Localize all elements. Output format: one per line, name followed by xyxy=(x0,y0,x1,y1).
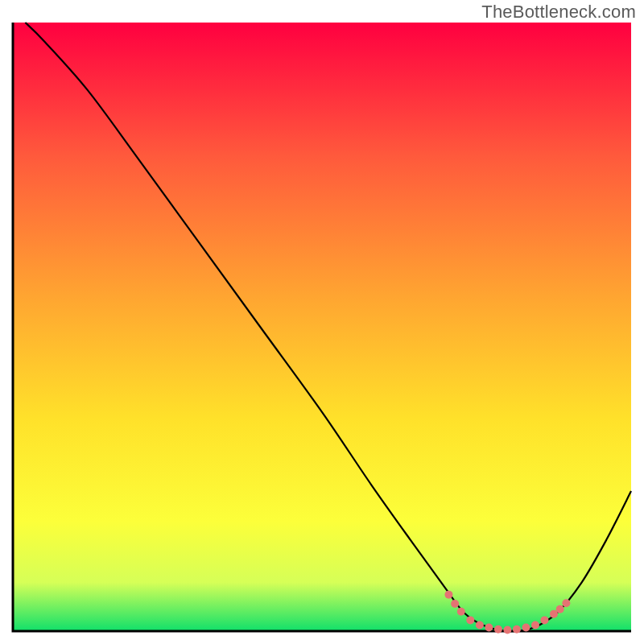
chart-container: TheBottleneck.com xyxy=(0,0,644,644)
data-marker xyxy=(503,625,511,634)
watermark-text: TheBottleneck.com xyxy=(481,2,636,23)
data-marker xyxy=(444,591,452,599)
bottleneck-chart xyxy=(0,0,644,644)
data-marker xyxy=(513,625,521,634)
data-marker xyxy=(556,605,564,613)
data-marker xyxy=(457,608,465,616)
data-marker xyxy=(540,616,548,624)
data-marker xyxy=(562,599,570,607)
data-marker xyxy=(531,621,539,629)
data-marker xyxy=(522,623,530,631)
data-marker xyxy=(451,600,459,608)
data-marker xyxy=(485,623,493,631)
data-marker xyxy=(494,625,502,634)
data-marker xyxy=(476,621,484,629)
data-marker xyxy=(466,616,474,624)
